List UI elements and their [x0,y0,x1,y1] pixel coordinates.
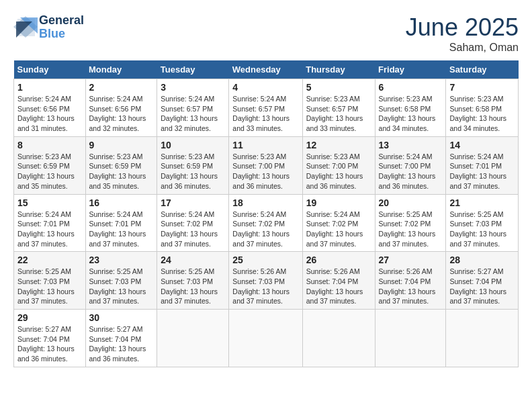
sunset-text: Sunset: 7:00 PM [379,162,431,170]
sunrise-text: Sunrise: 5:26 AM [306,267,360,275]
day-info: Sunrise: 5:24 AM Sunset: 7:02 PM Dayligh… [232,210,298,249]
header-friday: Friday [375,60,446,79]
calendar-cell: 8 Sunrise: 5:23 AM Sunset: 6:59 PM Dayli… [14,136,86,194]
calendar-cell: 30 Sunrise: 5:27 AM Sunset: 7:04 PM Dayl… [85,310,157,367]
day-number: 28 [449,255,515,265]
calendar-cell: 29 Sunrise: 5:27 AM Sunset: 7:04 PM Dayl… [14,310,86,367]
daylight-text: Daylight: 13 hours and 36 minutes. [232,172,290,190]
day-info: Sunrise: 5:23 AM Sunset: 6:58 PM Dayligh… [449,94,515,134]
sunset-text: Sunset: 7:00 PM [306,162,359,170]
day-number: 2 [89,82,154,93]
day-number: 24 [161,255,225,265]
day-number: 14 [449,140,515,150]
calendar-cell: 5 Sunrise: 5:23 AM Sunset: 6:57 PM Dayli… [302,79,375,137]
sunrise-text: Sunrise: 5:24 AM [449,152,503,161]
calendar-cell: 28 Sunrise: 5:27 AM Sunset: 7:04 PM Dayl… [446,252,519,310]
header-wednesday: Wednesday [229,60,302,79]
sunrise-text: Sunrise: 5:27 AM [17,325,71,333]
calendar-cell: 7 Sunrise: 5:23 AM Sunset: 6:58 PM Dayli… [446,79,519,137]
sunset-text: Sunset: 6:59 PM [17,162,70,170]
daylight-text: Daylight: 13 hours and 37 minutes. [379,230,436,248]
sunset-text: Sunset: 7:00 PM [232,162,285,170]
calendar-cell [229,310,302,367]
sunset-text: Sunset: 6:59 PM [89,162,142,170]
sunset-text: Sunset: 7:01 PM [89,220,142,228]
day-number: 21 [449,197,515,208]
calendar-cell: 16 Sunrise: 5:24 AM Sunset: 7:01 PM Dayl… [85,194,157,252]
sunset-text: Sunset: 6:59 PM [161,162,213,170]
daylight-text: Daylight: 13 hours and 36 minutes. [161,172,218,190]
sunset-text: Sunset: 7:03 PM [17,277,70,285]
calendar-cell: 6 Sunrise: 5:23 AM Sunset: 6:58 PM Dayli… [375,79,446,137]
daylight-text: Daylight: 13 hours and 34 minutes. [379,114,436,132]
calendar-cell: 3 Sunrise: 5:24 AM Sunset: 6:57 PM Dayli… [157,79,229,137]
calendar-cell: 20 Sunrise: 5:25 AM Sunset: 7:02 PM Dayl… [375,194,446,252]
daylight-text: Daylight: 13 hours and 31 minutes. [17,114,75,132]
calendar-header-row: SundayMondayTuesdayWednesdayThursdayFrid… [14,60,519,79]
calendar-cell: 15 Sunrise: 5:24 AM Sunset: 7:01 PM Dayl… [14,194,86,252]
logo-icon [13,13,39,42]
logo-line2: Blue [39,28,84,41]
daylight-text: Daylight: 13 hours and 37 minutes. [161,287,218,306]
day-number: 17 [161,197,225,208]
day-info: Sunrise: 5:24 AM Sunset: 7:00 PM Dayligh… [379,152,443,191]
day-info: Sunrise: 5:25 AM Sunset: 7:03 PM Dayligh… [89,267,154,306]
page-header: General Blue June 2025 Saham, Oman [13,13,519,54]
day-info: Sunrise: 5:23 AM Sunset: 6:59 PM Dayligh… [17,152,82,191]
daylight-text: Daylight: 13 hours and 36 minutes. [306,172,363,190]
calendar-cell: 10 Sunrise: 5:23 AM Sunset: 6:59 PM Dayl… [157,136,229,194]
day-number: 22 [17,255,82,265]
daylight-text: Daylight: 13 hours and 37 minutes. [89,230,146,248]
day-info: Sunrise: 5:25 AM Sunset: 7:02 PM Dayligh… [379,210,443,249]
sunset-text: Sunset: 7:03 PM [161,277,213,285]
day-info: Sunrise: 5:24 AM Sunset: 7:01 PM Dayligh… [89,210,154,249]
day-number: 19 [306,197,371,208]
calendar-cell: 18 Sunrise: 5:24 AM Sunset: 7:02 PM Dayl… [229,194,302,252]
sunrise-text: Sunrise: 5:24 AM [161,210,214,218]
daylight-text: Daylight: 13 hours and 37 minutes. [449,287,506,306]
sunset-text: Sunset: 7:03 PM [232,277,285,285]
daylight-text: Daylight: 13 hours and 37 minutes. [379,287,436,306]
sunset-text: Sunset: 7:01 PM [17,220,70,228]
calendar-cell [375,310,446,367]
calendar-cell: 26 Sunrise: 5:26 AM Sunset: 7:04 PM Dayl… [302,252,375,310]
sunrise-text: Sunrise: 5:27 AM [89,325,143,333]
sunrise-text: Sunrise: 5:23 AM [17,152,71,161]
sunset-text: Sunset: 7:02 PM [306,220,359,228]
calendar-week-2: 8 Sunrise: 5:23 AM Sunset: 6:59 PM Dayli… [14,136,519,194]
sunset-text: Sunset: 7:03 PM [449,220,502,228]
sunrise-text: Sunrise: 5:25 AM [379,210,433,218]
daylight-text: Daylight: 13 hours and 36 minutes. [17,345,75,363]
day-info: Sunrise: 5:26 AM Sunset: 7:03 PM Dayligh… [232,267,298,306]
day-info: Sunrise: 5:24 AM Sunset: 7:02 PM Dayligh… [161,210,225,249]
day-number: 7 [449,82,515,93]
sunset-text: Sunset: 7:04 PM [449,277,502,285]
calendar-table: SundayMondayTuesdayWednesdayThursdayFrid… [13,60,519,367]
day-info: Sunrise: 5:25 AM Sunset: 7:03 PM Dayligh… [161,267,225,306]
sunrise-text: Sunrise: 5:23 AM [306,152,360,161]
day-number: 13 [379,140,443,150]
daylight-text: Daylight: 13 hours and 37 minutes. [232,287,290,306]
daylight-text: Daylight: 13 hours and 32 minutes. [161,114,218,132]
calendar-cell [446,310,519,367]
day-number: 26 [306,255,371,265]
daylight-text: Daylight: 13 hours and 37 minutes. [17,230,75,248]
sunrise-text: Sunrise: 5:24 AM [306,210,360,218]
sunrise-text: Sunrise: 5:23 AM [89,152,143,161]
daylight-text: Daylight: 13 hours and 37 minutes. [306,287,363,306]
sunrise-text: Sunrise: 5:25 AM [161,267,214,275]
logo: General Blue [13,13,84,42]
day-number: 18 [232,197,298,208]
calendar-cell: 24 Sunrise: 5:25 AM Sunset: 7:03 PM Dayl… [157,252,229,310]
sunset-text: Sunset: 7:04 PM [17,335,70,343]
calendar-cell: 25 Sunrise: 5:26 AM Sunset: 7:03 PM Dayl… [229,252,302,310]
day-number: 5 [306,82,371,93]
calendar-cell: 23 Sunrise: 5:25 AM Sunset: 7:03 PM Dayl… [85,252,157,310]
sunrise-text: Sunrise: 5:23 AM [306,95,360,103]
header-monday: Monday [85,60,157,79]
day-number: 15 [17,197,82,208]
day-info: Sunrise: 5:23 AM Sunset: 6:59 PM Dayligh… [161,152,225,191]
day-info: Sunrise: 5:27 AM Sunset: 7:04 PM Dayligh… [89,324,154,364]
day-info: Sunrise: 5:25 AM Sunset: 7:03 PM Dayligh… [449,210,515,249]
day-info: Sunrise: 5:25 AM Sunset: 7:03 PM Dayligh… [17,267,82,306]
